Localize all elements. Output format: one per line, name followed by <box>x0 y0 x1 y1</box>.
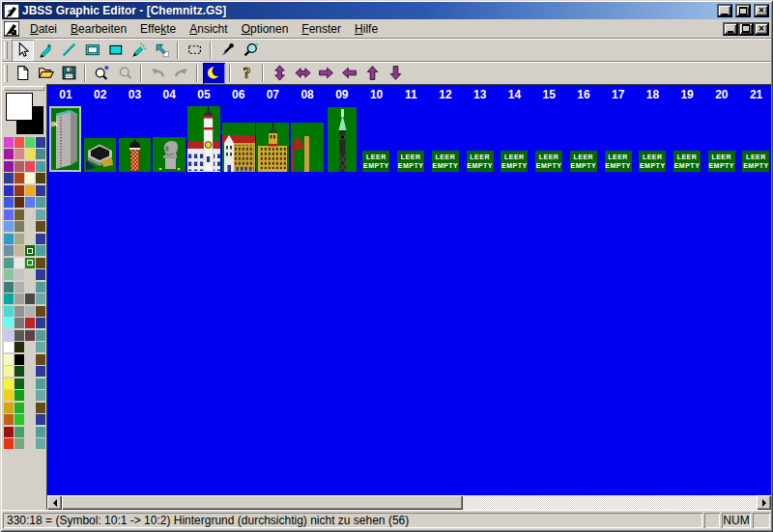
color-swatch[interactable] <box>36 149 45 159</box>
mdi-close-button[interactable]: × <box>754 22 769 36</box>
color-swatch[interactable] <box>14 366 24 377</box>
color-swatch[interactable] <box>36 414 45 425</box>
magnifier-button[interactable] <box>240 40 262 61</box>
move-arrow-button[interactable] <box>151 40 173 61</box>
color-swatch[interactable] <box>4 282 14 293</box>
color-swatch[interactable] <box>36 366 45 377</box>
color-swatch[interactable] <box>36 234 45 244</box>
symbol-tile-02-arena-roof[interactable] <box>84 138 116 172</box>
color-swatch[interactable] <box>36 342 45 352</box>
menu-ansicht[interactable]: Ansicht <box>183 20 234 38</box>
palette-grip[interactable] <box>3 86 44 91</box>
arrow-up-button[interactable] <box>361 63 384 84</box>
empty-symbol-slot-15[interactable]: LEEREMPTY <box>535 151 562 172</box>
empty-symbol-slot-13[interactable]: LEEREMPTY <box>467 151 494 172</box>
open-folder-button[interactable] <box>35 63 57 84</box>
color-swatch[interactable] <box>14 330 24 341</box>
color-swatch[interactable] <box>25 173 35 183</box>
color-swatch[interactable] <box>36 427 45 437</box>
scroll-right-button[interactable] <box>757 495 771 510</box>
color-swatch[interactable] <box>14 306 24 317</box>
color-swatch[interactable] <box>4 258 14 268</box>
color-swatch[interactable] <box>4 306 14 317</box>
empty-symbol-slot-17[interactable]: LEEREMPTY <box>605 151 632 172</box>
color-swatch[interactable] <box>14 210 24 220</box>
color-swatch[interactable] <box>14 282 24 293</box>
color-swatch[interactable] <box>14 438 24 449</box>
color-swatch[interactable] <box>36 258 45 268</box>
zoom-in-button[interactable] <box>91 63 113 84</box>
toolbar-grip[interactable] <box>4 42 8 59</box>
scroll-left-button[interactable] <box>47 495 62 510</box>
color-swatch[interactable] <box>14 185 24 196</box>
color-swatch[interactable] <box>14 149 24 159</box>
color-swatch[interactable] <box>14 245 24 256</box>
menu-fenster[interactable]: Fenster <box>295 20 348 38</box>
rect-filled-button[interactable] <box>104 40 127 61</box>
symbol-tile-05-town-hall-tower[interactable] <box>187 106 220 172</box>
color-swatch[interactable] <box>4 161 14 172</box>
color-swatch[interactable] <box>14 390 24 401</box>
color-swatch[interactable] <box>36 294 45 304</box>
color-swatch[interactable] <box>25 318 35 328</box>
color-swatch[interactable] <box>14 197 24 208</box>
toolbar-grip[interactable] <box>4 65 8 82</box>
color-swatch[interactable] <box>25 197 35 208</box>
color-swatch[interactable] <box>36 378 45 389</box>
spray-brush-button[interactable] <box>128 40 150 61</box>
color-swatch[interactable] <box>14 427 24 437</box>
arrow-left-button[interactable] <box>338 63 360 84</box>
foreground-color-chip[interactable] <box>6 93 33 121</box>
color-swatch[interactable] <box>14 221 24 232</box>
color-swatch[interactable] <box>25 149 35 159</box>
empty-symbol-slot-21[interactable]: LEEREMPTY <box>742 151 769 172</box>
color-swatch[interactable] <box>14 318 24 328</box>
symbol-tile-01-highrise-building[interactable]: IK <box>49 106 81 172</box>
color-swatch[interactable] <box>4 330 14 341</box>
color-swatch[interactable] <box>4 269 14 280</box>
color-swatch[interactable] <box>4 149 14 159</box>
line-button[interactable] <box>58 40 80 61</box>
graphic-canvas[interactable]: 01IK020304050607080910LEEREMPTY11LEEREMP… <box>47 84 771 495</box>
color-swatch[interactable] <box>4 294 14 304</box>
select-arrow-button[interactable] <box>12 40 34 61</box>
color-swatch[interactable] <box>25 137 35 148</box>
color-swatch[interactable] <box>4 390 14 401</box>
new-file-button[interactable] <box>12 63 34 84</box>
color-swatch[interactable] <box>36 221 45 232</box>
restore-button[interactable] <box>735 4 751 17</box>
color-swatch[interactable] <box>14 342 24 352</box>
color-swatch[interactable] <box>4 342 14 352</box>
color-swatch[interactable] <box>4 318 14 328</box>
color-swatch[interactable] <box>4 185 14 196</box>
color-swatch[interactable] <box>36 197 45 208</box>
color-swatch[interactable] <box>4 210 14 220</box>
color-swatch[interactable] <box>25 330 35 341</box>
color-swatch[interactable] <box>4 427 14 437</box>
color-swatch[interactable] <box>14 403 24 413</box>
color-swatch[interactable] <box>4 173 14 183</box>
pencil-button[interactable] <box>35 40 57 61</box>
symbol-tile-06-row-houses[interactable] <box>222 123 255 172</box>
color-swatch[interactable] <box>4 221 14 232</box>
night-moon-button[interactable] <box>203 63 225 84</box>
eyedropper-button[interactable] <box>216 40 239 61</box>
color-swatch[interactable] <box>36 269 45 280</box>
color-swatch[interactable] <box>36 282 45 293</box>
empty-symbol-slot-19[interactable]: LEEREMPTY <box>673 151 701 172</box>
color-swatch[interactable] <box>4 438 14 449</box>
color-swatch[interactable] <box>14 258 24 268</box>
color-swatch[interactable] <box>36 330 45 341</box>
symbol-tile-08-roof-gable[interactable] <box>291 123 324 172</box>
marquee-select-button[interactable] <box>184 40 206 61</box>
scrollbar-track[interactable] <box>463 495 757 510</box>
color-swatch[interactable] <box>4 137 14 148</box>
arrow-vertical-button[interactable] <box>269 63 291 84</box>
color-swatch[interactable] <box>36 137 45 148</box>
color-swatch[interactable] <box>25 185 35 196</box>
arrow-down-button[interactable] <box>385 63 407 84</box>
color-swatch[interactable] <box>14 269 24 280</box>
color-swatch[interactable] <box>4 245 14 256</box>
color-swatch[interactable] <box>25 294 35 304</box>
empty-symbol-slot-10[interactable]: LEEREMPTY <box>362 151 389 172</box>
